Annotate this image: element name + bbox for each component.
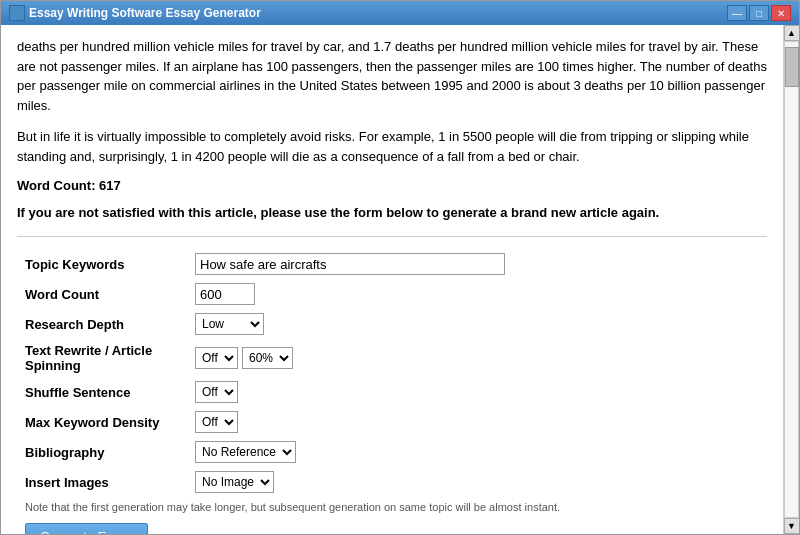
insert-images-label: Insert Images [25,475,195,490]
title-bar: Essay Writing Software Essay Generator —… [1,1,799,25]
topic-keywords-input[interactable] [195,253,505,275]
bibliography-row: Bibliography No Reference Reference [25,441,759,463]
text-rewrite-label: Text Rewrite / Article Spinning [25,343,195,373]
text-rewrite-controls: Off On 60% 40% 80% [195,347,293,369]
research-depth-select[interactable]: Low Medium High [195,313,264,335]
maximize-button[interactable]: □ [749,5,769,21]
close-button[interactable]: ✕ [771,5,791,21]
scroll-up-button[interactable]: ▲ [784,25,800,41]
scroll-track[interactable] [784,41,799,518]
note-text: Note that the first generation may take … [25,501,759,513]
window-title: Essay Writing Software Essay Generator [29,6,261,20]
bibliography-controls: No Reference Reference [195,441,296,463]
word-count-display: Word Count: 617 [17,178,767,193]
section-divider [17,236,767,237]
bibliography-label: Bibliography [25,445,195,460]
article-paragraph-1: deaths per hundred million vehicle miles… [17,37,767,115]
research-depth-row: Research Depth Low Medium High [25,313,759,335]
text-rewrite-select[interactable]: Off On [195,347,238,369]
topic-keywords-label: Topic Keywords [25,257,195,272]
research-depth-label: Research Depth [25,317,195,332]
word-count-controls [195,283,255,305]
content-area[interactable]: deaths per hundred million vehicle miles… [1,25,783,534]
shuffle-sentence-controls: Off On [195,381,238,403]
shuffle-sentence-label: Shuffle Sentence [25,385,195,400]
topic-keywords-row: Topic Keywords [25,253,759,275]
app-icon [9,5,25,21]
bibliography-select[interactable]: No Reference Reference [195,441,296,463]
max-keyword-label: Max Keyword Density [25,415,195,430]
max-keyword-row: Max Keyword Density Off On [25,411,759,433]
insert-images-select[interactable]: No Image Image [195,471,274,493]
title-bar-left: Essay Writing Software Essay Generator [9,5,261,21]
word-count-input[interactable] [195,283,255,305]
insert-images-controls: No Image Image [195,471,274,493]
word-count-label: Word Count [25,287,195,302]
not-satisfied-text: If you are not satisfied with this artic… [17,205,767,220]
generate-essay-button[interactable]: Generate Essay [25,523,148,534]
form-section: Topic Keywords Word Count Research Depth [17,253,767,534]
minimize-button[interactable]: — [727,5,747,21]
max-keyword-controls: Off On [195,411,238,433]
window-controls: — □ ✕ [727,5,791,21]
text-rewrite-row: Text Rewrite / Article Spinning Off On 6… [25,343,759,373]
shuffle-sentence-select[interactable]: Off On [195,381,238,403]
scrollbar[interactable]: ▲ ▼ [783,25,799,534]
insert-images-row: Insert Images No Image Image [25,471,759,493]
spin-perc-select[interactable]: 60% 40% 80% [242,347,293,369]
main-window: Essay Writing Software Essay Generator —… [0,0,800,535]
research-depth-controls: Low Medium High [195,313,264,335]
shuffle-sentence-row: Shuffle Sentence Off On [25,381,759,403]
main-area: deaths per hundred million vehicle miles… [1,25,799,534]
word-count-row: Word Count [25,283,759,305]
scroll-down-button[interactable]: ▼ [784,518,800,534]
topic-keywords-controls [195,253,505,275]
max-keyword-select[interactable]: Off On [195,411,238,433]
article-paragraph-2: But in life it is virtually impossible t… [17,127,767,166]
scroll-thumb[interactable] [785,47,799,87]
